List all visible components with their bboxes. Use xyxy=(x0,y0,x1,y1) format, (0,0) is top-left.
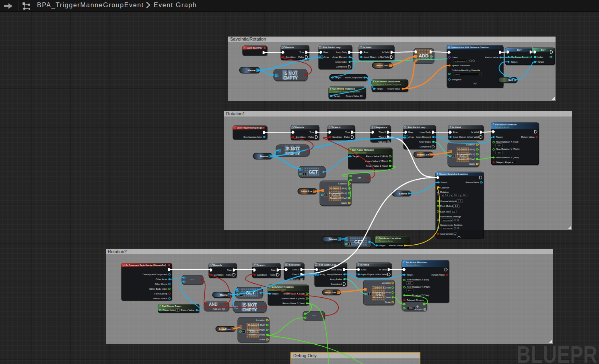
svg-text:Input Object: Input Object xyxy=(361,273,374,276)
svg-text:New Rotation X (Roll): New Rotation X (Roll) xyxy=(496,141,519,143)
svg-text:New Rotation Y (Pitch): New Rotation Y (Pitch) xyxy=(496,148,519,150)
svg-text:New Rotation Y (Pitch): New Rotation Y (Pitch) xyxy=(407,286,430,288)
svg-text:Sequence: Sequence xyxy=(289,263,301,266)
svg-text:Target: Target xyxy=(377,88,383,90)
svg-text:Return Value: Return Value xyxy=(389,244,403,247)
svg-text:Rotation X (Roll): Rotation X (Roll) xyxy=(458,148,475,151)
svg-text:Is Not Valid: Is Not Valid xyxy=(375,273,387,276)
svg-text:Volume Multiplier: Volume Multiplier xyxy=(440,200,458,202)
svg-text:0: 0 xyxy=(243,330,245,333)
svg-text:Rotation X (Roll): Rotation X (Roll) xyxy=(248,324,265,326)
svg-text:Other Actor: Other Actor xyxy=(156,278,167,280)
svg-text:For Each Loop: For Each Loop xyxy=(408,126,426,129)
svg-text:Condition: Condition xyxy=(286,56,296,58)
svg-text:Return Value Y (Pitch): Return Value Y (Pitch) xyxy=(365,160,388,162)
svg-text:0.0: 0.0 xyxy=(498,151,500,154)
svg-text:Rotation Z (Yaw): Rotation Z (Yaw) xyxy=(458,158,475,160)
svg-text:Input Object: Input Object xyxy=(453,136,466,138)
svg-text:Is Not Valid: Is Not Valid xyxy=(378,56,389,58)
svg-text:Initial Loc: Initial Loc xyxy=(325,291,336,294)
svg-text:Scale: Scale xyxy=(385,301,391,303)
svg-text:Rotation Y (Pitch): Rotation Y (Pitch) xyxy=(457,153,475,155)
svg-text:Exec: Exec xyxy=(408,131,414,133)
svg-text:Target: Target xyxy=(407,274,414,276)
svg-text:Instigator: Instigator xyxy=(452,78,461,81)
svg-text:Sound: Sound xyxy=(399,192,407,195)
svg-text:AND: AND xyxy=(209,302,218,307)
svg-text:Initial Loc: Initial Loc xyxy=(301,190,313,192)
svg-text:1.0: 1.0 xyxy=(455,205,458,207)
svg-text:Location: Location xyxy=(441,186,449,189)
svg-text:Loop Body: Loop Body xyxy=(420,131,431,133)
svg-text:Teleport Physics: Teleport Physics xyxy=(496,161,513,164)
svg-text:BPA_TriggerManneGroupEvent: BPA_TriggerManneGroupEvent xyxy=(37,2,144,9)
svg-text:Location: Location xyxy=(256,319,265,321)
svg-text:Class: Class xyxy=(452,56,458,59)
svg-text:Is Valid: Is Valid xyxy=(452,126,461,129)
svg-text:Get Player Pawn: Get Player Pawn xyxy=(162,305,181,307)
svg-text:BPA Distance C: BPA Distance C xyxy=(455,60,467,62)
svg-text:Get Actor Rotation: Get Actor Rotation xyxy=(352,148,374,151)
svg-text:Scale: Scale xyxy=(469,163,475,165)
svg-text:Sound: Sound xyxy=(441,181,447,184)
svg-text:Array: Array xyxy=(323,56,329,58)
svg-text:Sequence: Sequence xyxy=(375,126,387,129)
svg-text:0.0: 0.0 xyxy=(452,211,455,213)
svg-text:Target is Scene Compone: Target is Scene Compone xyxy=(375,83,401,86)
svg-text:Rotation1: Rotation1 xyxy=(226,111,245,116)
svg-text:Branch: Branch xyxy=(257,264,266,266)
svg-text:On Component Begin Overlap (Al: On Component Begin Overlap (AlternateBox… xyxy=(126,264,166,266)
svg-text:Scale: Scale xyxy=(259,338,265,341)
svg-text:Sweep Result: Sweep Result xyxy=(153,297,167,300)
svg-text:0.0: 0.0 xyxy=(454,194,457,196)
svg-text:Manne: Manne xyxy=(220,293,228,296)
svg-text:Set Actor Rotation: Set Actor Rotation xyxy=(406,261,427,264)
svg-text:Root Component: Root Component xyxy=(345,76,362,79)
svg-text:Location: Location xyxy=(466,143,475,146)
svg-text:False: False xyxy=(344,136,350,138)
svg-text:Loop Body: Loop Body xyxy=(336,51,347,53)
svg-text:0: 0 xyxy=(453,155,455,157)
svg-text:Rotation Y (Pitch): Rotation Y (Pitch) xyxy=(329,192,347,194)
svg-text:New Rotation Z (Yaw): New Rotation Z (Yaw) xyxy=(496,156,519,159)
svg-text:Target: Target xyxy=(511,61,518,63)
svg-text:Branch: Branch xyxy=(213,264,222,266)
svg-text:New Rotation X (Roll): New Rotation X (Roll) xyxy=(407,278,429,281)
svg-text:Rotation X (Roll): Rotation X (Roll) xyxy=(373,286,391,289)
svg-text:?: ? xyxy=(358,263,360,266)
svg-text:Target is Actor: Target is Actor xyxy=(406,264,420,266)
svg-text:Rotation Z (Yaw): Rotation Z (Yaw) xyxy=(330,197,347,199)
svg-text:Spawn Transform: Spawn Transform xyxy=(452,64,470,67)
svg-text:SpawnActor BPA Distance Checke: SpawnActor BPA Distance Checker xyxy=(451,46,489,49)
svg-text:!=: != xyxy=(358,176,361,180)
svg-text:Array Element: Array Element xyxy=(332,56,347,58)
svg-text:Array Index: Array Index xyxy=(330,278,342,280)
svg-text:For Each Loop: For Each Loop xyxy=(323,46,341,49)
svg-text:Return Value: Return Value xyxy=(346,95,359,97)
svg-text:Condition: Condition xyxy=(214,274,224,276)
svg-text:Initial Loc: Initial Loc xyxy=(219,327,231,330)
svg-text:EMPTY: EMPTY xyxy=(283,76,298,80)
svg-text:Target is Actor: Target is Actor xyxy=(495,126,510,129)
svg-text:0: 0 xyxy=(304,173,305,175)
svg-text:Is Valid: Is Valid xyxy=(379,268,387,271)
svg-text:Pitch Multiplier: Pitch Multiplier xyxy=(440,205,455,207)
svg-text:Branch: Branch xyxy=(295,126,304,129)
svg-text:Return Value X (Roll): Return Value X (Roll) xyxy=(366,155,388,157)
svg-text:False: False xyxy=(298,56,304,58)
svg-text:Player Index: Player Index xyxy=(163,309,175,311)
svg-text:Collision Handling Override: Collision Handling Override xyxy=(452,69,480,72)
svg-text:Branch: Branch xyxy=(285,46,294,49)
svg-text:Scale: Scale xyxy=(341,202,347,204)
svg-text:Event Player Overlap Begin: Event Player Overlap Begin xyxy=(237,127,263,129)
svg-text:SET: SET xyxy=(541,48,545,51)
svg-text:Condition: Condition xyxy=(296,136,306,138)
svg-text:True: True xyxy=(271,269,276,271)
svg-text:False: False xyxy=(226,274,232,276)
svg-text:Target: Target xyxy=(537,61,544,63)
svg-text:Get Actor Rotation: Get Actor Rotation xyxy=(272,285,294,288)
svg-text:0: 0 xyxy=(349,243,350,245)
svg-text:Then 1: Then 1 xyxy=(292,273,299,276)
svg-text:Add pin: Add pin xyxy=(378,141,386,143)
svg-text:Other Comp: Other Comp xyxy=(154,283,167,285)
